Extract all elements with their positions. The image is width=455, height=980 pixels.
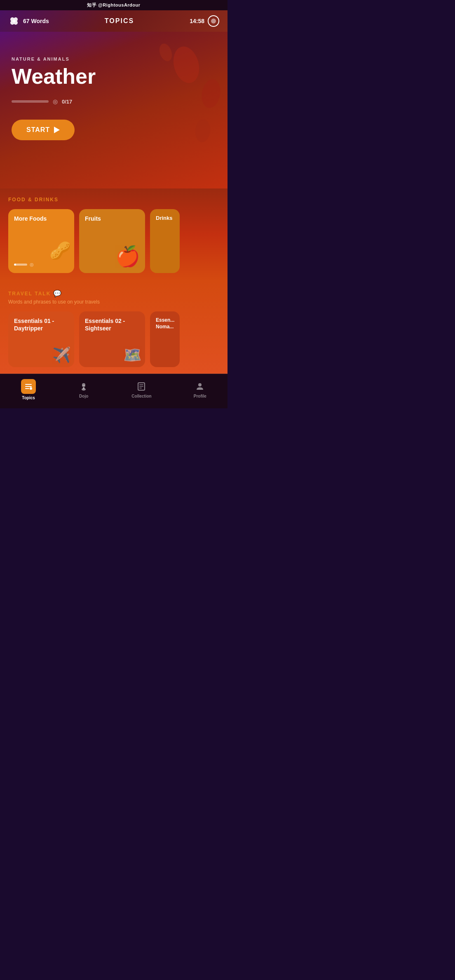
- food-section: FOOD & DRINKS More Foods 🥜 ◎ Fruits 🍎: [0, 188, 228, 281]
- start-button[interactable]: START: [12, 120, 75, 140]
- svg-point-22: [198, 383, 202, 386]
- card-drinks[interactable]: Drinks: [150, 209, 180, 273]
- food-cards-row: More Foods 🥜 ◎ Fruits 🍎 Drinks: [8, 209, 219, 273]
- nav-collection[interactable]: Collection: [125, 379, 158, 400]
- essentials-02-icon: 🗺️: [123, 346, 142, 364]
- travel-cards-row: Essentials 01 -Daytripper ✈️ Essentials …: [8, 311, 219, 367]
- record-button[interactable]: [208, 15, 219, 27]
- words-count: 67 Words: [23, 18, 49, 24]
- svg-point-8: [195, 119, 211, 143]
- collection-icon: [136, 381, 147, 392]
- header-right: 14:58: [190, 15, 219, 27]
- logo-icon: [8, 15, 20, 27]
- progress-text: 0/17: [62, 99, 72, 105]
- rain-decoration: [104, 32, 228, 155]
- hero-category: NATURE & ANIMALS: [12, 57, 216, 61]
- card-essentials-01[interactable]: Essentials 01 -Daytripper ✈️: [8, 311, 74, 367]
- svg-rect-21: [139, 388, 142, 389]
- profile-icon: [194, 381, 206, 392]
- dojo-icon: [78, 381, 89, 392]
- card-title-essentials-02: Essentials 02 -Sightseer: [85, 317, 139, 332]
- app-header: 67 Words TOPICS 14:58: [0, 10, 228, 32]
- start-label: START: [26, 126, 50, 134]
- header-left: 67 Words: [8, 15, 49, 27]
- hero-section: NATURE & ANIMALS Weather ◎ 0/17 START: [0, 32, 228, 188]
- fruits-icon: 🍎: [115, 245, 140, 268]
- card-title-fruits: Fruits: [85, 215, 139, 222]
- card-more-foods[interactable]: More Foods 🥜 ◎: [8, 209, 74, 273]
- more-foods-icon: 🥜: [49, 240, 71, 261]
- nav-profile[interactable]: Profile: [187, 379, 213, 400]
- hero-title: Weather: [12, 65, 216, 88]
- svg-rect-9: [25, 384, 32, 385]
- travel-section-desc: Words and phrases to use on your travels: [8, 299, 219, 305]
- travel-section: TRAVEL TALK 💬 Words and phrases to use o…: [0, 281, 228, 374]
- svg-rect-11: [25, 388, 29, 389]
- more-foods-fill: [14, 264, 16, 266]
- card-title-essentials-01: Essentials 01 -Daytripper: [14, 317, 68, 332]
- nav-topics-label: Topics: [22, 396, 35, 400]
- svg-rect-19: [139, 384, 143, 385]
- food-section-label: FOOD & DRINKS: [8, 197, 219, 203]
- svg-point-4: [13, 20, 15, 22]
- eye-icon: ◎: [53, 98, 58, 105]
- card-essentials-03[interactable]: Essen...Noma...: [150, 311, 180, 367]
- nav-profile-label: Profile: [194, 394, 206, 398]
- nav-dojo-label: Dojo: [79, 394, 88, 398]
- card-title-drinks: Drinks: [156, 215, 174, 222]
- more-foods-progress: ◎: [14, 262, 34, 267]
- progress-row: ◎ 0/17: [12, 98, 216, 105]
- card-title-essentials-03: Essen...Noma...: [156, 317, 174, 330]
- svg-rect-20: [139, 386, 143, 387]
- hero-progress-bar: [12, 100, 49, 103]
- header-title: TOPICS: [105, 17, 134, 25]
- more-foods-eye: ◎: [30, 262, 34, 267]
- nav-collection-label: Collection: [131, 394, 151, 398]
- nav-dojo[interactable]: Dojo: [71, 379, 96, 400]
- topics-icon: [21, 379, 36, 394]
- bottom-nav: Topics Dojo Co: [0, 374, 228, 408]
- status-bar-text: 知乎 @RightousArdour: [87, 2, 140, 8]
- svg-rect-15: [82, 386, 85, 386]
- food-section-header: FOOD & DRINKS: [8, 197, 219, 203]
- timer-display: 14:58: [190, 18, 204, 24]
- svg-rect-10: [25, 386, 32, 387]
- card-essentials-02[interactable]: Essentials 02 -Sightseer 🗺️: [79, 311, 145, 367]
- record-inner: [211, 19, 216, 24]
- nav-topics[interactable]: Topics: [14, 377, 42, 402]
- travel-icon: 💬: [53, 290, 62, 297]
- card-title-more-foods: More Foods: [14, 215, 68, 222]
- svg-rect-17: [83, 387, 84, 389]
- status-bar: 知乎 @RightousArdour: [0, 0, 228, 10]
- card-fruits[interactable]: Fruits 🍎: [79, 209, 145, 273]
- play-icon: [54, 127, 60, 133]
- more-foods-bar: [14, 264, 27, 266]
- travel-section-label: TRAVEL TALK 💬: [8, 290, 219, 297]
- essentials-01-icon: ✈️: [52, 346, 71, 364]
- travel-section-header: TRAVEL TALK 💬 Words and phrases to use o…: [8, 290, 219, 305]
